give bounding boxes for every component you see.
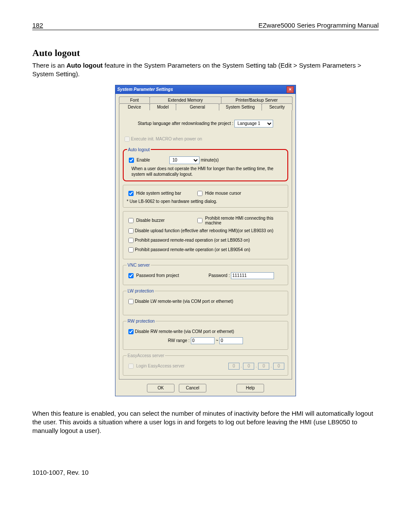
easyaccess-legend: EasyAccess server: [127, 353, 165, 358]
auto-logout-minutes-select[interactable]: 10: [169, 156, 199, 164]
prohibit-pw-write-checkbox[interactable]: Prohibit password remote-write operation…: [127, 246, 284, 254]
hide-system-bar-checkbox[interactable]: Hide system setting bar: [127, 190, 196, 197]
startup-language-select[interactable]: Language 1: [234, 120, 273, 128]
help-button[interactable]: Help: [237, 384, 264, 392]
easyaccess-ip-input: ...: [228, 363, 284, 370]
lw-disable-checkbox[interactable]: Disable LW remote-write (via COM port or…: [127, 298, 284, 305]
dialog-title: System Parameter Settings: [117, 87, 286, 92]
rw-protection-group: RW protection Disable RW remote-write (v…: [123, 319, 288, 350]
page-footer: 1010-1007, Rev. 10: [32, 469, 89, 476]
vnc-legend: VNC server: [127, 263, 151, 268]
auto-logout-note: When a user does not operate the HMI for…: [127, 166, 284, 177]
vnc-password-label: Password :: [209, 273, 230, 278]
system-parameter-settings-dialog: System Parameter Settings × Font Extende…: [115, 85, 296, 396]
close-icon[interactable]: ×: [286, 86, 294, 93]
vnc-password-input[interactable]: [231, 272, 274, 279]
auto-logout-enable-checkbox[interactable]: Enable: [127, 156, 150, 164]
prohibit-pw-read-checkbox[interactable]: Prohibit password remote-read operation …: [127, 236, 284, 244]
rw-range-label: RW range :: [168, 338, 190, 343]
tab-font[interactable]: Font: [119, 96, 150, 103]
tab-printer-backup[interactable]: Printer/Backup Server: [221, 96, 293, 103]
disable-buzzer-checkbox[interactable]: Disable buzzer: [127, 217, 196, 224]
tab-general[interactable]: General: [176, 103, 219, 110]
auto-logout-group: Auto logout Enable 10 minute(s): [123, 147, 288, 181]
lw-legend: LW protection: [127, 289, 155, 293]
intro-paragraph: There is an Auto logout feature in the S…: [32, 61, 379, 79]
tab-panel-system-setting: Startup language after redownloading the…: [119, 110, 292, 380]
hide-mouse-cursor-checkbox[interactable]: Hide mouse cursor: [196, 190, 241, 197]
page-header: 182 EZware5000 Series Programming Manual: [32, 22, 379, 30]
vnc-pw-from-project-checkbox[interactable]: Password from project: [127, 272, 209, 280]
dialog-button-bar: OK Cancel Help: [119, 384, 292, 392]
auto-logout-unit: minute(s): [201, 158, 219, 162]
tab-device[interactable]: Device: [119, 103, 150, 110]
tab-strip: Font Extended Memory Printer/Backup Serv…: [119, 96, 292, 380]
rw-disable-checkbox[interactable]: Disable RW remote-write (via COM port or…: [127, 328, 284, 336]
tab-model[interactable]: Model: [149, 103, 176, 110]
section-heading: Auto logout: [32, 47, 379, 59]
disable-upload-checkbox[interactable]: Disable upload function (effective after…: [127, 227, 284, 235]
startup-language-label: Startup language after redownloading the…: [138, 121, 234, 126]
tab-extended-memory[interactable]: Extended Memory: [149, 96, 221, 103]
dialog-titlebar[interactable]: System Parameter Settings ×: [115, 85, 296, 94]
manual-title: EZware5000 Series Programming Manual: [258, 22, 379, 29]
lb9062-note: * Use LB-9062 to open hardware setting d…: [127, 199, 284, 204]
after-paragraph: When this feature is enabled, you can se…: [32, 409, 379, 436]
tab-system-setting[interactable]: System Setting: [219, 103, 262, 111]
tab-security[interactable]: Security: [262, 103, 293, 110]
misc-options-group: Disable buzzer Prohibit remote HMI conne…: [123, 211, 288, 259]
ok-button[interactable]: OK: [147, 384, 174, 392]
page-number: 182: [32, 22, 43, 29]
rw-range-to-input[interactable]: [219, 337, 243, 344]
rw-range-sep: ~: [216, 338, 218, 343]
easyaccess-login-checkbox: Login EasyAccess server: [127, 362, 228, 370]
easyaccess-group: EasyAccess server Login EasyAccess serve…: [123, 353, 288, 376]
prohibit-remote-hmi-checkbox[interactable]: Prohibit remote HMI connecting this mach…: [196, 216, 284, 225]
misc-group: Hide system setting bar Hide mouse curso…: [123, 185, 288, 208]
exec-init-macro-checkbox: Execute init. MACRO when power on: [123, 135, 288, 143]
cancel-button[interactable]: Cancel: [179, 384, 206, 392]
rw-legend: RW protection: [127, 319, 156, 324]
auto-logout-legend: Auto logout: [127, 147, 151, 152]
lw-protection-group: LW protection Disable LW remote-write (v…: [123, 289, 288, 315]
rw-range-from-input[interactable]: [191, 337, 215, 344]
vnc-server-group: VNC server Password from project Passwor…: [123, 263, 288, 285]
